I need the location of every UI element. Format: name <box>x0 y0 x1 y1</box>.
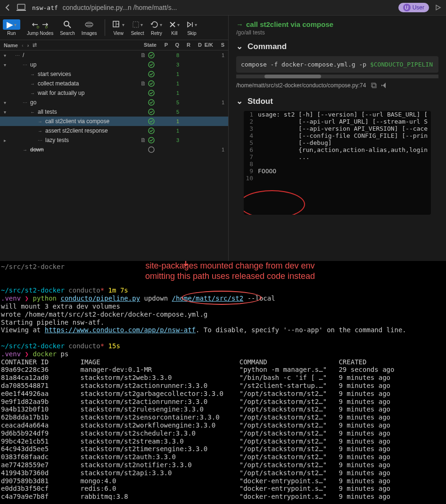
state-icon <box>148 137 157 143</box>
images-button[interactable]: Images <box>82 19 97 36</box>
state-icon <box>148 146 157 153</box>
tree-row[interactable]: ▸⋯lazy tests🗎3 <box>0 135 228 145</box>
search-button[interactable]: Search <box>60 19 75 36</box>
left-panel: ▶▾ Run DD Jump Nodes Search Images ▾ Vie… <box>0 16 229 261</box>
doc-icon: 🗎 <box>140 137 146 143</box>
header-p: P <box>157 42 168 48</box>
user-pill[interactable]: U User <box>398 3 429 12</box>
svg-point-3 <box>64 21 69 26</box>
kill-button[interactable]: ▾ Kill <box>169 19 180 36</box>
run-button[interactable]: ▶▾ Run <box>3 19 20 36</box>
tree-row[interactable]: →wait for actually up1 <box>0 88 228 98</box>
header-s: S <box>213 42 224 48</box>
annotation-circle <box>244 190 305 215</box>
header-r: R <box>179 42 190 48</box>
swap-icon[interactable]: ⇄ <box>33 42 37 48</box>
tree-row[interactable]: →down1 <box>0 145 228 154</box>
view-button[interactable]: ▾ View <box>113 19 124 36</box>
chevron-down-icon: ⌄ <box>236 42 243 51</box>
svg-rect-0 <box>17 4 25 9</box>
topbar: nsw-atf conducto/pipeline.py...n /home/m… <box>0 0 446 16</box>
svg-point-16 <box>149 147 154 152</box>
tree-row[interactable]: →call st2client via compose1 <box>0 117 228 126</box>
nav-next-icon[interactable]: › <box>27 42 29 48</box>
retry-button[interactable]: ▾ Retry <box>150 19 162 36</box>
node-path: /go/all tests <box>236 29 438 36</box>
laptop-icon <box>16 3 26 12</box>
state-icon <box>148 109 157 115</box>
back-icon[interactable] <box>5 4 10 11</box>
pipeline-id: nsw-atf <box>32 4 58 11</box>
stdout-section-toggle[interactable]: ⌄ Stdout <box>236 96 438 106</box>
title-bar: nsw-atf conducto/pipeline.py...n /home/m… <box>32 4 393 11</box>
jump-nodes-button[interactable]: DD Jump Nodes <box>27 19 53 36</box>
command-code: compose -f docker-compose.yml.g -p $COND… <box>236 56 438 73</box>
svg-text:D: D <box>45 25 48 29</box>
doc-icon: 🗎 <box>140 80 146 87</box>
stdout-output: 1usage: st2 [-h] [--version] [--url BASE… <box>244 111 431 215</box>
terminal[interactable]: ~/src/st2-docker ssite-packages mounted … <box>0 261 446 504</box>
header-q: Q <box>168 42 179 48</box>
header-d: D <box>190 42 202 48</box>
skip-button[interactable]: ▾ Skip <box>186 19 197 36</box>
tree-row[interactable]: ▾←all tests5 <box>0 107 228 117</box>
svg-rect-5 <box>133 22 139 27</box>
copy-icon[interactable] <box>371 82 377 89</box>
nav-prev-icon[interactable]: ‹ <box>22 42 24 48</box>
state-icon <box>148 52 157 59</box>
user-avatar: U <box>403 4 411 11</box>
tree-header: Name ‹ › ⇄ State P Q R D E/K S <box>0 40 228 50</box>
tree-row[interactable]: ▾⋯/🗎81 <box>0 50 228 60</box>
svg-rect-17 <box>372 83 375 87</box>
node-tree[interactable]: ▾⋯/🗎81▾⋯up3→start services1→collect meta… <box>0 50 228 261</box>
doc-icon: 🗎 <box>140 52 146 59</box>
header-ek: E/K <box>202 42 213 48</box>
right-panel: →call st2client via compose /go/all test… <box>229 16 446 261</box>
state-icon <box>148 90 157 96</box>
tree-row[interactable]: →collect metadata🗎1 <box>0 79 228 88</box>
node-title: →call st2client via compose <box>236 20 438 28</box>
tree-row[interactable]: ▾⋯up3 <box>0 60 228 69</box>
command-scrollbar[interactable] <box>236 75 438 78</box>
svg-text:D: D <box>37 25 39 29</box>
state-icon <box>148 71 157 77</box>
title-path: conducto/pipeline.py...n /home/matt/s... <box>63 4 177 11</box>
annotation-text: ssite-packages mounted change from dev e… <box>122 261 339 281</box>
play-icon[interactable] <box>435 4 441 11</box>
vscode-icon[interactable] <box>381 82 388 89</box>
state-icon <box>148 61 157 68</box>
chevron-down-icon: ⌄ <box>236 96 243 106</box>
toolbar: ▶▾ Run DD Jump Nodes Search Images ▾ Vie… <box>0 16 228 40</box>
user-label: User <box>413 4 424 11</box>
state-icon <box>148 127 157 134</box>
header-name: Name <box>4 42 18 48</box>
tree-row[interactable]: →assert st2client response1 <box>0 126 228 135</box>
tree-row[interactable]: →start services1 <box>0 69 228 79</box>
command-section-toggle[interactable]: ⌄ Command <box>236 42 438 51</box>
file-ref-path: /home/matt/src/st2-docker/conducto/compo… <box>236 82 366 89</box>
svg-rect-18 <box>372 84 376 88</box>
state-icon <box>148 99 157 106</box>
header-state: State <box>138 42 157 48</box>
state-icon <box>148 80 157 87</box>
select-button[interactable]: ▾ Select <box>131 19 144 36</box>
state-icon <box>148 118 157 125</box>
tree-row[interactable]: ▾⋯go51 <box>0 98 228 107</box>
